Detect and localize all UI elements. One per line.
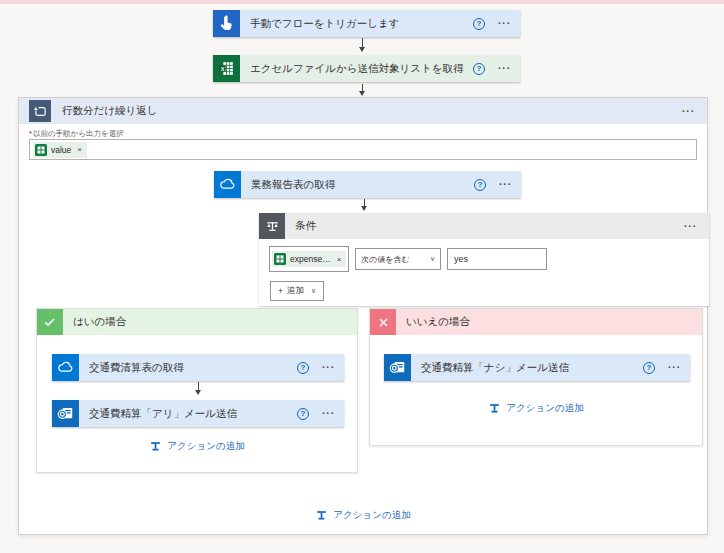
step-send-mail-ari[interactable]: 交通費精算「アリ」メール送信 ? ··· [52,400,344,427]
connector-arrow [194,382,203,395]
chip-label: value [51,145,71,155]
step-manual-trigger[interactable]: 手動でフローをトリガーします ? ··· [213,10,520,37]
help-icon[interactable]: ? [297,362,309,374]
excel-mini-icon [274,253,286,265]
add-action-label: アクションの追加 [167,440,244,453]
loop-header[interactable]: 行数分だけ繰り返し ··· [19,98,707,124]
menu-ellipsis-icon[interactable]: ··· [322,362,335,373]
manual-trigger-icon [213,10,240,37]
add-action-button[interactable]: アクションの追加 [370,402,702,415]
value-token-chip[interactable]: value × [33,142,87,158]
step-title: 手動でフローをトリガーします [250,17,473,31]
menu-ellipsis-icon[interactable]: ··· [668,362,681,373]
outlook-icon [52,400,79,427]
step-title: 業務報告表の取得 [251,178,474,192]
add-label: 追加 [287,285,304,297]
step-excel-get-list[interactable]: X エクセルファイルから送信対象リストを取得 ? ··· [213,55,520,82]
add-action-button[interactable]: アクションの追加 [37,440,357,453]
add-action-label: アクションの追加 [506,402,583,415]
step-get-expense-sheet[interactable]: 交通費清算表の取得 ? ··· [52,354,344,381]
loop-source-input[interactable]: value × [29,139,697,160]
check-icon [37,309,63,335]
add-action-icon [315,509,328,522]
branch-title: いいえの場合 [406,315,470,329]
excel-icon: X [213,55,240,82]
cloud-icon [214,171,241,198]
connector-arrow [358,38,367,52]
required-asterisk: * [29,129,32,138]
condition-operand-input[interactable]: expense… × [269,246,349,272]
step-get-report[interactable]: 業務報告表の取得 ? ··· [214,171,521,198]
add-action-icon [488,402,501,415]
expense-token-chip[interactable]: expense… × [272,251,346,267]
close-icon [370,309,396,335]
cloud-icon [52,354,79,381]
step-title: 交通費清算表の取得 [89,361,297,375]
yes-branch-header[interactable]: はいの場合 [37,309,357,335]
step-title: 交通費精算「アリ」メール送信 [89,407,297,421]
help-icon[interactable]: ? [473,18,485,30]
operator-value: 次の値を含む [361,254,427,265]
condition-card: 条件 ··· expense… × 次の値を含む ∨ [259,213,709,306]
connector-arrow [360,199,369,211]
condition-icon [259,213,285,239]
menu-ellipsis-icon[interactable]: ··· [498,63,511,74]
loop-icon [29,100,51,122]
no-branch-card: いいえの場合 交通費精算「ナシ」メール送信 ? ··· [369,308,703,446]
no-branch-header[interactable]: いいえの場合 [370,309,702,335]
condition-header[interactable]: 条件 ··· [259,213,709,239]
condition-add-button[interactable]: + 追加 ∨ [270,281,324,301]
svg-text:X: X [221,66,225,72]
step-title: エクセルファイルから送信対象リストを取得 [250,62,473,76]
condition-title: 条件 [295,219,671,233]
chip-remove-icon[interactable]: × [337,255,342,264]
yes-branch-card: はいの場合 交通費清算表の取得 ? ··· [36,308,358,473]
add-action-label: アクションの追加 [333,509,410,522]
help-icon[interactable]: ? [473,63,485,75]
menu-ellipsis-icon[interactable]: ··· [682,106,695,117]
loop-title: 行数分だけ繰り返し [62,104,682,118]
flow-designer-canvas: 手動でフローをトリガーします ? ··· X エクセルファイルから送信対象リスト… [0,0,724,553]
help-icon[interactable]: ? [297,408,309,420]
chip-label: expense… [290,254,331,264]
menu-ellipsis-icon[interactable]: ··· [684,221,697,232]
step-title: 交通費精算「ナシ」メール送信 [421,361,643,375]
plus-icon: + [278,286,283,296]
add-action-icon [149,440,162,453]
menu-ellipsis-icon[interactable]: ··· [498,18,511,29]
branch-title: はいの場合 [73,315,126,329]
chip-remove-icon[interactable]: × [77,145,82,154]
loop-scope-card: 行数分だけ繰り返し ··· *以前の手順から出力を選択 value × [18,97,708,535]
condition-value-input[interactable] [447,248,547,270]
chevron-down-icon: ∨ [311,287,316,295]
top-banner-strip [0,0,724,4]
help-icon[interactable]: ? [643,362,655,374]
connector-arrow [358,84,367,96]
condition-operator-dropdown[interactable]: 次の値を含む ∨ [355,248,441,270]
help-icon[interactable]: ? [474,179,486,191]
menu-ellipsis-icon[interactable]: ··· [322,408,335,419]
chevron-down-icon: ∨ [430,255,435,263]
excel-mini-icon [35,144,47,156]
loop-select-label: *以前の手順から出力を選択 [29,129,124,139]
menu-ellipsis-icon[interactable]: ··· [499,179,512,190]
outlook-icon [384,354,411,381]
step-send-mail-nashi[interactable]: 交通費精算「ナシ」メール送信 ? ··· [384,354,690,381]
add-action-button[interactable]: アクションの追加 [19,509,707,522]
